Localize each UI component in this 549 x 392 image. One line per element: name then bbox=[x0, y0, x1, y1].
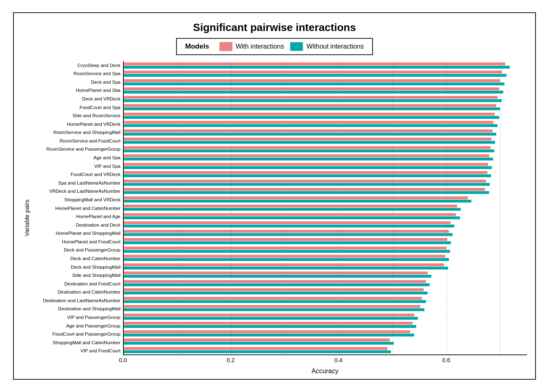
y-label-item: Side and ShoppingMall bbox=[33, 271, 121, 280]
bar-teal bbox=[124, 191, 489, 194]
bar-row bbox=[124, 179, 527, 186]
bar-row bbox=[124, 137, 527, 144]
bar-row bbox=[124, 96, 527, 102]
bar-teal bbox=[124, 267, 448, 270]
y-label-item: Deck and CabinNumber bbox=[33, 254, 121, 263]
bar-row bbox=[124, 221, 527, 228]
bar-teal bbox=[124, 200, 471, 203]
chart-body: Variable pairs CryoSleep and DeckRoomSer… bbox=[22, 61, 527, 375]
bar-pink bbox=[124, 238, 447, 241]
bar-teal bbox=[124, 233, 453, 236]
y-label-item: Destination and CabinNumber bbox=[33, 288, 121, 297]
bar-pink bbox=[124, 87, 499, 90]
y-label-item: HomePlanet and FoodCourt bbox=[33, 238, 121, 246]
bar-pink bbox=[124, 305, 420, 308]
bar-teal bbox=[124, 208, 461, 211]
bar-teal bbox=[124, 141, 495, 144]
bar-row bbox=[124, 204, 527, 211]
bar-teal bbox=[124, 124, 498, 127]
bar-teal bbox=[124, 116, 499, 119]
bar-teal bbox=[124, 300, 426, 303]
y-label-item: RoomService and ShoppingMall bbox=[33, 129, 121, 137]
bar-teal bbox=[124, 183, 490, 186]
bar-teal bbox=[124, 225, 454, 227]
bar-pink bbox=[124, 230, 449, 233]
x-tick: 0.6 bbox=[442, 357, 450, 363]
bar-row bbox=[124, 129, 527, 136]
bar-teal bbox=[124, 216, 460, 219]
x-axis: 0.00.20.40.6 bbox=[33, 357, 527, 366]
legend-title: Models bbox=[185, 42, 209, 51]
bar-row bbox=[124, 104, 527, 111]
bar-row bbox=[124, 229, 527, 236]
y-label-item: Spa and LastNameAsNumber bbox=[33, 179, 121, 187]
bar-pink bbox=[124, 171, 487, 174]
y-labels: CryoSleep and DeckRoomService and SpaDec… bbox=[33, 61, 123, 355]
bar-teal bbox=[124, 283, 430, 286]
bar-pink bbox=[124, 180, 486, 183]
y-label-item: HomePlanet and Sba bbox=[33, 87, 121, 95]
x-axis-label: Accuracy bbox=[33, 368, 527, 375]
bar-pink bbox=[124, 263, 444, 266]
y-label-item: VIP and FoodCourt bbox=[33, 347, 121, 356]
bar-row bbox=[124, 163, 527, 169]
bar-pink bbox=[124, 196, 468, 199]
y-label-item: Destination and FoodCourt bbox=[33, 280, 121, 288]
y-label-item: RoomService and Spa bbox=[33, 70, 121, 78]
chart-container: Significant pairwise interactions Models… bbox=[13, 12, 536, 380]
bar-pink bbox=[124, 121, 493, 124]
bar-row bbox=[124, 263, 527, 270]
bar-row bbox=[124, 196, 527, 203]
y-label-item: Deck and VRDeck bbox=[33, 95, 121, 103]
bar-pink bbox=[124, 188, 485, 191]
bar-teal bbox=[124, 308, 424, 311]
y-label-item: Age and PassengerGroup bbox=[33, 322, 121, 330]
bar-row bbox=[124, 213, 527, 220]
bar-pink bbox=[124, 129, 493, 132]
y-label-item: FoodCourt and Spa bbox=[33, 103, 121, 112]
bar-pink bbox=[124, 314, 414, 316]
bar-row bbox=[124, 347, 527, 354]
bar-teal bbox=[124, 133, 496, 136]
bar-pink bbox=[124, 154, 489, 157]
bar-pink bbox=[124, 330, 410, 333]
bar-row bbox=[124, 246, 527, 253]
bar-pink bbox=[124, 221, 451, 224]
pink-swatch bbox=[219, 42, 232, 51]
bar-pink bbox=[124, 255, 445, 258]
bar-teal bbox=[124, 258, 449, 261]
y-label-item: HomePlanet and Age bbox=[33, 212, 121, 221]
y-label-item: HomePlanet and ShoppingMall bbox=[33, 229, 121, 238]
bars-and-labels: CryoSleep and DeckRoomService and SpaDec… bbox=[33, 61, 527, 355]
bar-row bbox=[124, 271, 527, 278]
bar-pink bbox=[124, 96, 498, 99]
y-label-item: FoodCourt and VRDeck bbox=[33, 171, 121, 179]
bar-row bbox=[124, 288, 527, 295]
y-label-item: Deck and ShoppingMall bbox=[33, 263, 121, 272]
y-label-item: RoomService and FoodCourt bbox=[33, 137, 121, 145]
y-label-item: ShoppingMall and CabinNumber bbox=[33, 339, 121, 347]
bar-teal bbox=[124, 74, 507, 77]
bars-area bbox=[123, 61, 527, 355]
y-axis-label: Variable pairs bbox=[22, 61, 31, 375]
bar-row bbox=[124, 254, 527, 261]
x-tick: 0.2 bbox=[227, 357, 234, 363]
bar-teal bbox=[124, 342, 394, 345]
y-label-item: ShoppingMall and VRDeck bbox=[33, 196, 121, 204]
bar-teal bbox=[124, 250, 450, 253]
y-label-item: VRDeck and LastNameAsNumber bbox=[33, 187, 121, 196]
bar-row bbox=[124, 112, 527, 119]
chart-title: Significant pairwise interactions bbox=[22, 21, 527, 34]
bar-teal bbox=[124, 107, 500, 110]
bar-teal bbox=[124, 158, 493, 160]
plot-area: CryoSleep and DeckRoomService and SpaDec… bbox=[33, 61, 527, 375]
bar-teal bbox=[124, 66, 510, 69]
x-tick: 0.0 bbox=[119, 357, 127, 363]
bar-pink bbox=[124, 297, 422, 300]
bar-pink bbox=[124, 322, 413, 325]
bar-row bbox=[124, 238, 527, 245]
bar-pink bbox=[124, 339, 390, 341]
bar-teal bbox=[124, 292, 428, 294]
bar-row bbox=[124, 154, 527, 161]
y-label-item: RoomService and PassengerGroup bbox=[33, 145, 121, 154]
